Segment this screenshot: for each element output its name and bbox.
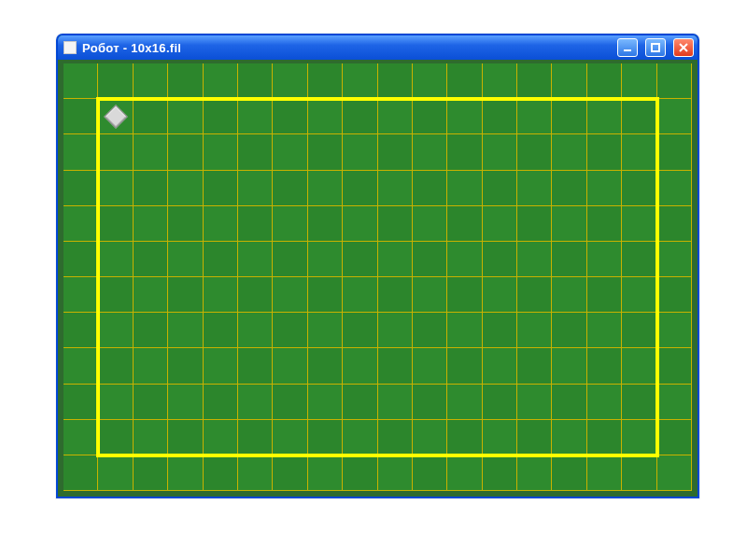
grid-cell <box>98 277 133 313</box>
grid-cell <box>517 171 552 206</box>
grid-cell <box>134 420 168 455</box>
grid-cell <box>273 99 307 134</box>
grid-cell <box>63 134 98 170</box>
grid-cell <box>587 171 622 206</box>
grid-cell <box>238 385 273 420</box>
grid <box>63 63 692 491</box>
grid-cell <box>413 171 447 206</box>
grid-cell <box>273 348 307 384</box>
grid-cell <box>447 99 482 134</box>
grid-cell <box>483 455 517 491</box>
grid-cell <box>517 134 552 170</box>
grid-cell <box>168 63 203 99</box>
grid-cell <box>343 348 377 384</box>
grid-cell <box>134 134 168 170</box>
grid-cell <box>483 420 517 455</box>
svg-rect-1 <box>652 44 659 51</box>
grid-cell <box>134 348 168 384</box>
grid-cell <box>134 385 168 420</box>
grid-cell <box>552 242 586 277</box>
grid-cell <box>98 206 133 242</box>
grid-cell <box>168 134 203 170</box>
grid-cell <box>483 206 517 242</box>
grid-cell <box>587 313 622 348</box>
grid-cell <box>552 385 586 420</box>
grid-cell <box>552 455 586 491</box>
grid-cell <box>98 63 133 99</box>
grid-cell <box>343 63 377 99</box>
grid-cell <box>343 277 377 313</box>
grid-cell <box>98 420 133 455</box>
grid-cell <box>98 242 133 277</box>
close-button[interactable] <box>673 38 694 57</box>
grid-cell <box>483 242 517 277</box>
grid-cell <box>657 171 692 206</box>
app-icon <box>63 41 77 54</box>
grid-cell <box>238 455 273 491</box>
grid-cell <box>378 171 413 206</box>
maximize-button[interactable] <box>645 38 666 57</box>
grid-cell <box>63 242 98 277</box>
grid-cell <box>483 134 517 170</box>
minimize-button[interactable] <box>617 38 638 57</box>
grid-cell <box>552 348 586 384</box>
grid-cell <box>273 385 307 420</box>
grid-cell <box>273 242 307 277</box>
grid-cell <box>657 385 692 420</box>
grid-cell <box>622 420 656 455</box>
grid-cell <box>413 277 447 313</box>
grid-cell <box>413 420 447 455</box>
grid-cell <box>447 455 482 491</box>
grid-cell <box>483 348 517 384</box>
grid-cell <box>63 206 98 242</box>
grid-cell <box>378 206 413 242</box>
grid-cell <box>483 277 517 313</box>
grid-cell <box>308 277 343 313</box>
grid-cell <box>308 313 343 348</box>
svg-rect-0 <box>624 49 631 51</box>
grid-cell <box>204 348 238 384</box>
grid-cell <box>517 455 552 491</box>
grid-cell <box>622 313 656 348</box>
grid-cell <box>622 277 656 313</box>
grid-cell <box>483 171 517 206</box>
grid-cell <box>657 206 692 242</box>
app-window: Робот - 10x16.fil <box>56 34 699 498</box>
grid-cell <box>483 63 517 99</box>
grid-cell <box>552 420 586 455</box>
grid-cell <box>483 99 517 134</box>
grid-cell <box>447 206 482 242</box>
grid-cell <box>168 242 203 277</box>
grid-cell <box>343 242 377 277</box>
grid-cell <box>308 385 343 420</box>
grid-cell <box>343 171 377 206</box>
grid-cell <box>204 420 238 455</box>
grid-cell <box>378 385 413 420</box>
grid-cell <box>587 420 622 455</box>
grid-cell <box>447 313 482 348</box>
grid-cell <box>238 313 273 348</box>
grid-cell <box>238 420 273 455</box>
grid-cell <box>587 455 622 491</box>
grid-cell <box>447 348 482 384</box>
grid-cell <box>238 348 273 384</box>
close-icon <box>678 42 689 53</box>
grid-cell <box>204 242 238 277</box>
titlebar[interactable]: Робот - 10x16.fil <box>58 35 698 60</box>
grid-cell <box>134 206 168 242</box>
grid-cell <box>622 348 656 384</box>
grid-cell <box>343 313 377 348</box>
grid-cell <box>378 455 413 491</box>
grid-cell <box>134 171 168 206</box>
grid-cell <box>657 134 692 170</box>
grid-cell <box>238 134 273 170</box>
grid-cell <box>204 134 238 170</box>
grid-cell <box>204 63 238 99</box>
grid-cell <box>378 242 413 277</box>
grid-cell <box>343 134 377 170</box>
grid-cell <box>273 171 307 206</box>
grid-cell <box>273 63 307 99</box>
grid-cell <box>168 455 203 491</box>
grid-cell <box>413 242 447 277</box>
field-area[interactable] <box>63 63 692 491</box>
